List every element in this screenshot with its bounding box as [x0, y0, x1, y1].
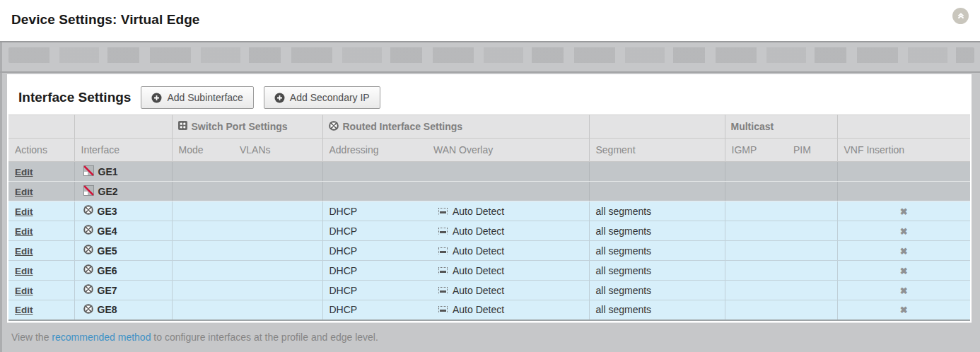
table-row-ge8: Edit GE8 DHCP Auto Detect all segments — [8, 300, 970, 320]
wan-overlay-value: Auto Detect — [453, 304, 504, 315]
auto-detect-icon — [438, 287, 448, 294]
addressing-value: DHCP — [322, 221, 427, 241]
interface-name: GE7 — [98, 285, 117, 296]
double-chevron-up-icon — [957, 10, 965, 23]
column-header-row: Actions Interface Mode VLANs Addressing … — [8, 139, 970, 162]
routed-interface-icon — [83, 284, 93, 296]
table-row-ge4: Edit GE4 DHCP Auto Detect all segments — [8, 221, 970, 241]
vnf-none-icon: ✖ — [900, 226, 908, 237]
edit-link[interactable]: Edit — [15, 305, 33, 315]
col-header-pim: PIM — [787, 139, 837, 162]
wan-overlay-value: Auto Detect — [453, 206, 504, 217]
interface-name: GE8 — [98, 304, 117, 315]
plus-circle-icon — [274, 93, 285, 103]
plus-circle-icon — [151, 93, 162, 103]
group-header-multicast: Multicast — [725, 115, 837, 139]
left-edge-shadow — [0, 42, 2, 352]
auto-detect-icon — [438, 228, 448, 235]
addressing-value: DHCP — [322, 261, 427, 281]
add-secondary-ip-label: Add Secondary IP — [290, 92, 370, 103]
vnf-none-icon: ✖ — [900, 286, 908, 296]
edit-link[interactable]: Edit — [15, 226, 33, 237]
wan-overlay-value: Auto Detect — [453, 225, 504, 237]
routed-interface-icon — [83, 264, 93, 276]
footer-text-suffix: to configure interfaces at the profile a… — [151, 332, 378, 343]
interface-name: GE1 — [98, 166, 118, 177]
group-header-empty — [8, 115, 74, 139]
table-row-ge6: Edit GE6 DHCP Auto Detect all segments — [8, 261, 970, 281]
table-row-ge3: Edit GE3 DHCP Auto Detect all segments — [8, 201, 970, 221]
group-label-multicast: Multicast — [731, 121, 774, 132]
group-label-switch-port: Switch Port Settings — [192, 121, 288, 132]
addressing-value: DHCP — [322, 281, 427, 300]
col-header-mode: Mode — [172, 139, 233, 162]
page-title: Device Settings: Virtual Edge — [11, 12, 200, 28]
vnf-none-icon: ✖ — [900, 266, 908, 276]
edit-link[interactable]: Edit — [15, 167, 33, 177]
edit-link[interactable]: Edit — [15, 286, 33, 296]
routed-interface-icon — [83, 205, 93, 217]
collapse-section-button[interactable] — [952, 8, 969, 24]
group-header-empty — [837, 115, 970, 139]
edit-link[interactable]: Edit — [15, 246, 33, 257]
auto-detect-icon — [438, 247, 448, 254]
group-header-empty — [74, 115, 172, 139]
routed-interface-icon — [83, 304, 93, 316]
group-label-routed: Routed Interface Settings — [343, 121, 463, 132]
panel-header: Interface Settings Add Subinterface — [7, 74, 972, 112]
interface-settings-panel: Interface Settings Add Subinterface — [7, 74, 972, 322]
title-bar: Device Settings: Virtual Edge — [0, 0, 980, 41]
group-header-switch-port: Switch Port Settings — [172, 115, 322, 139]
section-title: Interface Settings — [18, 90, 131, 105]
interface-name: GE2 — [98, 186, 118, 197]
interface-name: GE6 — [98, 265, 117, 276]
edit-link[interactable]: Edit — [15, 187, 33, 197]
group-header-empty — [589, 115, 725, 139]
blurred-toolbar — [0, 42, 980, 73]
segment-value: all segments — [589, 201, 725, 221]
recommended-method-link[interactable]: recommended method — [52, 332, 151, 343]
interface-settings-table: Switch Port Settings — [8, 115, 970, 321]
segment-value: all segments — [589, 221, 725, 241]
auto-detect-icon — [438, 208, 448, 215]
segment-value: all segments — [589, 241, 725, 261]
vnf-none-icon: ✖ — [900, 305, 908, 315]
routed-interface-icon — [83, 225, 93, 237]
segment-value: all segments — [589, 300, 725, 320]
vnf-none-icon: ✖ — [900, 246, 908, 257]
interface-name: GE3 — [98, 206, 117, 217]
col-header-addressing: Addressing — [322, 139, 427, 162]
wan-overlay-value: Auto Detect — [453, 245, 504, 257]
col-header-vlans: VLANs — [233, 139, 322, 162]
col-header-vnf-insertion: VNF Insertion — [837, 139, 970, 162]
table-row-ge5: Edit GE5 DHCP Auto Detect all segments — [8, 241, 970, 261]
table-row-ge7: Edit GE7 DHCP Auto Detect all segments — [8, 281, 970, 300]
edit-link[interactable]: Edit — [15, 266, 33, 276]
routed-interface-icon — [83, 245, 93, 257]
auto-detect-icon — [438, 306, 448, 313]
vnf-none-icon: ✖ — [900, 206, 908, 217]
wan-overlay-value: Auto Detect — [453, 285, 504, 296]
device-settings-shell: Interface Settings Add Subinterface — [0, 41, 980, 352]
interface-name: GE5 — [98, 245, 117, 257]
col-header-interface: Interface — [74, 139, 172, 162]
col-header-segment: Segment — [589, 139, 725, 162]
addressing-value: DHCP — [322, 201, 427, 221]
footer-text-prefix: View the — [11, 332, 52, 343]
disabled-interface-icon — [83, 185, 94, 198]
edit-link[interactable]: Edit — [15, 206, 33, 217]
add-subinterface-button[interactable]: Add Subinterface — [141, 86, 253, 109]
add-secondary-ip-button[interactable]: Add Secondary IP — [264, 86, 380, 109]
add-subinterface-label: Add Subinterface — [167, 92, 243, 103]
table-row-ge1: Edit GE1 — [8, 162, 970, 182]
footer-note: View the recommended method to configure… — [11, 332, 378, 343]
segment-value: all segments — [589, 281, 725, 300]
segment-value: all segments — [589, 261, 725, 281]
interface-name: GE4 — [98, 225, 117, 237]
col-header-actions: Actions — [8, 139, 74, 162]
wan-overlay-value: Auto Detect — [453, 265, 504, 276]
blurred-toolbar-content — [8, 47, 974, 63]
disabled-interface-icon — [83, 165, 94, 178]
switch-port-icon — [178, 121, 187, 132]
table-row-ge2: Edit GE2 — [8, 182, 970, 201]
